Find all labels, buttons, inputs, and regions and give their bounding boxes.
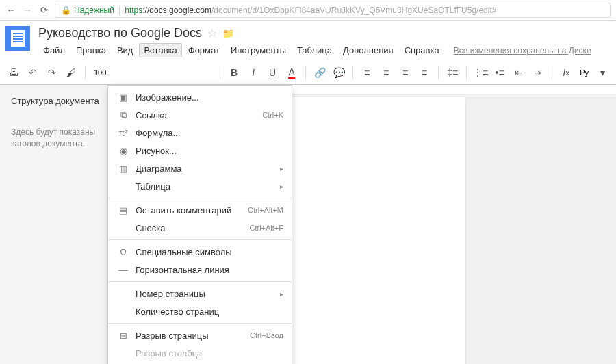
dd-equation[interactable]: π²Формула... — [108, 124, 292, 142]
align-center-icon[interactable]: ≡ — [378, 64, 394, 81]
drawing-icon: ◉ — [116, 145, 130, 156]
menu-edit[interactable]: Правка — [71, 43, 111, 57]
dd-chart[interactable]: ▥Диаграмма▸ — [108, 159, 292, 177]
line-icon: — — [116, 264, 130, 275]
dd-table[interactable]: Таблица▸ — [108, 177, 292, 195]
zoom-level[interactable]: 100 — [91, 68, 109, 77]
docs-logo[interactable] — [5, 26, 30, 51]
menu-tools[interactable]: Инструменты — [226, 43, 291, 57]
chart-icon: ▥ — [116, 163, 130, 174]
reload-button[interactable]: ⟳ — [38, 5, 49, 16]
image-icon: ▣ — [116, 92, 130, 103]
equation-icon: π² — [116, 127, 130, 138]
toolbar: 🖶 ↶ ↷ 🖌 100 B I U A 🔗 💬 ≡ ≡ ≡ ≡ ‡≡ ⋮≡ •≡… — [0, 60, 616, 85]
dd-link[interactable]: ⧉СсылкаCtrl+K — [108, 106, 292, 124]
docs-header: Руководство по Google Docs ☆ 📁 Файл Прав… — [0, 21, 616, 57]
underline-icon[interactable]: U — [264, 64, 281, 81]
italic-icon[interactable]: I — [245, 64, 261, 81]
chevron-right-icon: ▸ — [280, 290, 283, 298]
menu-bar: Файл Правка Вид Вставка Формат Инструмен… — [38, 43, 611, 57]
main-area: Структура документа Здесь будут показаны… — [0, 85, 616, 364]
menu-table[interactable]: Таблица — [292, 43, 337, 57]
comment-icon[interactable]: 💬 — [331, 64, 347, 81]
chevron-right-icon: ▸ — [280, 183, 283, 190]
dd-comment[interactable]: ▤Оставить комментарийCtrl+Alt+M — [108, 201, 292, 219]
menu-file[interactable]: Файл — [38, 43, 70, 57]
menu-help[interactable]: Справка — [400, 43, 444, 57]
folder-icon[interactable]: 📁 — [222, 28, 234, 39]
dd-page-break[interactable]: ⊟Разрыв страницыCtrl+Ввод — [108, 326, 292, 344]
print-icon[interactable]: 🖶 — [5, 64, 22, 81]
link-icon[interactable]: 🔗 — [311, 64, 328, 81]
dd-column-break: Разрыв столбца — [108, 344, 292, 362]
menu-view[interactable]: Вид — [112, 43, 138, 57]
dd-page-count[interactable]: Количество страниц — [108, 302, 292, 320]
align-justify-icon[interactable]: ≡ — [416, 64, 433, 81]
insert-dropdown: ▣Изображение... ⧉СсылкаCtrl+K π²Формула.… — [107, 85, 292, 364]
back-button[interactable]: ← — [5, 5, 16, 16]
undo-icon[interactable]: ↶ — [25, 64, 41, 81]
omega-icon: Ω — [116, 246, 130, 257]
chevron-right-icon: ▸ — [280, 165, 283, 172]
document-title[interactable]: Руководство по Google Docs — [38, 26, 202, 40]
bullet-list-icon[interactable]: •≡ — [491, 64, 508, 81]
bold-icon[interactable]: B — [226, 64, 242, 81]
address-bar[interactable]: 🔒 Надежный | https://docs.google.com/doc… — [55, 3, 611, 18]
clear-format-icon[interactable]: Ix — [558, 64, 574, 81]
browser-chrome: ← → ⟳ 🔒 Надежный | https://docs.google.c… — [0, 0, 616, 21]
menu-insert[interactable]: Вставка — [139, 43, 181, 57]
indent-increase-icon[interactable]: ⇥ — [530, 64, 546, 81]
star-icon[interactable]: ☆ — [207, 27, 217, 40]
menu-format[interactable]: Формат — [183, 43, 224, 57]
dd-image[interactable]: ▣Изображение... — [108, 88, 292, 106]
dd-page-number[interactable]: Номер страницы▸ — [108, 285, 292, 302]
dd-horizontal-line[interactable]: —Горизонтальная линия — [108, 261, 292, 278]
forward-button[interactable]: → — [22, 5, 33, 16]
align-right-icon[interactable]: ≡ — [397, 64, 413, 81]
comment-icon: ▤ — [116, 205, 130, 216]
dd-special-chars[interactable]: ΩСпециальные символы — [108, 243, 292, 261]
lock-icon: 🔒 — [61, 5, 71, 15]
input-tools[interactable]: Ру — [577, 68, 591, 77]
menu-addons[interactable]: Дополнения — [338, 43, 398, 57]
link-icon: ⧉ — [116, 109, 130, 120]
secure-indicator: 🔒 Надежный — [61, 5, 114, 15]
numbered-list-icon[interactable]: ⋮≡ — [472, 64, 489, 81]
dd-drawing[interactable]: ◉Рисунок... — [108, 142, 292, 159]
align-left-icon[interactable]: ≡ — [359, 64, 375, 81]
save-status[interactable]: Все изменения сохранены на Диске — [454, 46, 591, 55]
chevron-down-icon[interactable]: ▾ — [594, 64, 611, 81]
dd-footnote[interactable]: СноскаCtrl+Alt+F — [108, 219, 292, 237]
redo-icon[interactable]: ↷ — [44, 64, 60, 81]
text-color-icon[interactable]: A — [283, 64, 300, 81]
line-spacing-icon[interactable]: ‡≡ — [444, 64, 461, 81]
paint-format-icon[interactable]: 🖌 — [63, 64, 79, 81]
url-text: https://docs.google.com/document/d/1OxDb… — [125, 5, 496, 15]
pagebreak-icon: ⊟ — [116, 330, 130, 341]
indent-decrease-icon[interactable]: ⇤ — [511, 64, 527, 81]
